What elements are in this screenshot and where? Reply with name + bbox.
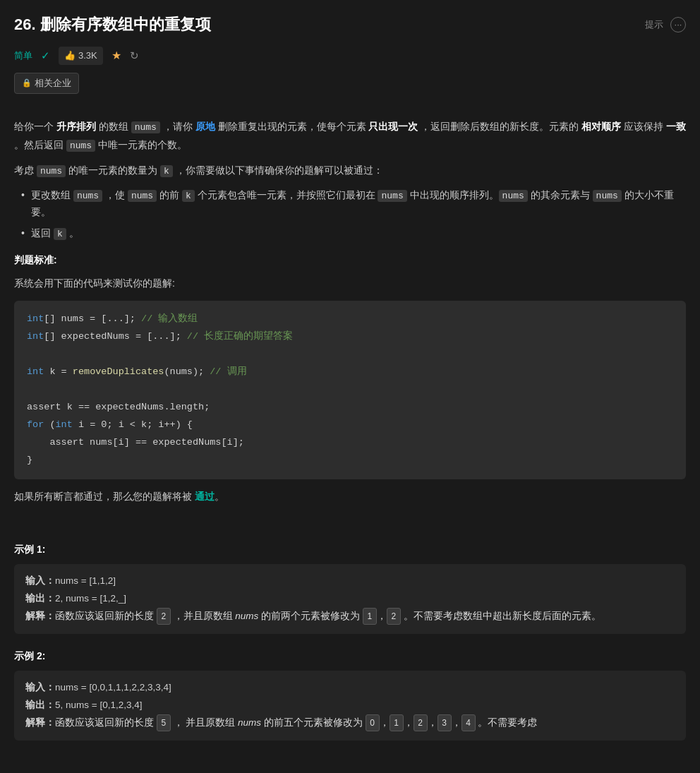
code-nums-3: nums [37, 165, 66, 177]
difficulty-badge: 简单 [14, 48, 32, 64]
page-header: 26. 删除有序数组中的重复项 提示 ··· [14, 11, 686, 37]
code-nums-2: nums [66, 140, 95, 152]
bold-ascending: 升序排列 [56, 121, 96, 132]
badge-2: 2 [157, 608, 171, 625]
code-line-2: int[] expectedNums = [...]; // 长度正确的期望答案 [27, 328, 673, 346]
example-1-box: 输入：nums = [1,1,2] 输出：2, nums = [1,2,_] 解… [14, 564, 686, 634]
italic-nums-1: nums [235, 611, 258, 621]
example-2-input: 输入：nums = [0,0,1,1,1,2,2,3,3,4] [25, 679, 675, 697]
code-line-3 [27, 346, 673, 364]
code-line-6: assert k == expectedNums.length; [27, 399, 673, 417]
code-nums-b5: nums [593, 190, 622, 202]
likes-count: 3.3K [78, 48, 97, 64]
pass-label: 通过 [195, 491, 215, 502]
code-k-b2: k [54, 228, 66, 240]
badge-5: 5 [157, 714, 171, 731]
example-1-explain: 解释：函数应该返回新的长度 2 ，并且原数组 nums 的前两个元素被修改为 1… [25, 608, 675, 625]
lock-icon: 🔒 [22, 76, 32, 90]
example-1-input-value: nums = [1,1,2] [55, 575, 116, 586]
hint-button[interactable]: 提示 [645, 17, 663, 32]
example-2-output: 输出：5, nums = [0,1,2,3,4] [25, 697, 675, 714]
bullet-item-1: 更改数组 nums ，使 nums 的前 k 个元素包含唯一元素，并按照它们最初… [21, 187, 686, 221]
badge-3b: 3 [438, 714, 452, 731]
thumb-up-icon: 👍 [64, 48, 76, 64]
example-1-title: 示例 1: [14, 541, 686, 558]
description-para1: 给你一个 升序排列 的数组 nums ，请你 原地 删除重复出现的元素，使每个元… [14, 118, 686, 155]
code-line-7: for (int i = 0; i < k; i++) { [27, 417, 673, 434]
code-nums-1: nums [131, 121, 160, 133]
code-block: int[] nums = [...]; // 输入数组 int[] expect… [14, 301, 686, 479]
meta-row: 简单 ✓ 👍 3.3K ★ ↻ [14, 46, 686, 65]
badge-0b: 0 [366, 714, 380, 731]
more-options-icon[interactable]: ··· [670, 17, 686, 32]
company-tag-label: 相关企业 [35, 76, 71, 91]
code-line-1: int[] nums = [...]; // 输入数组 [27, 311, 673, 328]
example-1-output: 输出：2, nums = [1,2,_] [25, 590, 675, 608]
star-icon[interactable]: ★ [111, 46, 121, 65]
badge-2a: 2 [387, 608, 401, 625]
code-line-5 [27, 381, 673, 399]
bold-once: 只出现一次 [368, 121, 418, 132]
refresh-icon[interactable]: ↻ [130, 47, 139, 65]
badge-1b: 1 [390, 714, 404, 731]
example-1-input: 输入：nums = [1,1,2] [25, 573, 675, 590]
header-actions: 提示 ··· [645, 17, 686, 32]
code-line-4: int k = removeDuplicates(nums); // 调用 [27, 364, 673, 381]
badge-2b: 2 [414, 714, 428, 731]
code-nums-b3: nums [378, 190, 406, 202]
code-k-b1: k [182, 190, 195, 202]
bullet-list: 更改数组 nums ，使 nums 的前 k 个元素包含唯一元素，并按照它们最初… [14, 187, 686, 242]
code-nums-b1: nums [73, 190, 102, 202]
badge-4b: 4 [461, 714, 476, 731]
check-icon: ✓ [41, 47, 50, 65]
company-tag-container: 🔒 相关企业 [14, 73, 686, 107]
page-title: 26. 删除有序数组中的重复项 [14, 11, 211, 37]
company-tag[interactable]: 🔒 相关企业 [14, 73, 79, 94]
code-line-8: assert nums[i] == expectedNums[i]; [27, 434, 673, 452]
judge-desc: 系统会用下面的代码来测试你的题解: [14, 275, 686, 293]
example-2-box: 输入：nums = [0,0,1,1,1,2,2,3,3,4] 输出：5, nu… [14, 671, 686, 741]
bold-consistent: 一致 [666, 121, 686, 132]
bold-order: 相对顺序 [581, 121, 621, 132]
bullet-item-2: 返回 k 。 [21, 225, 686, 242]
description-para2: 考虑 nums 的唯一元素的数量为 k ，你需要做以下事情确保你的题解可以被通过… [14, 162, 686, 180]
example-2-title: 示例 2: [14, 648, 686, 665]
code-nums-b2: nums [128, 190, 157, 202]
example-2-explain: 解释：函数应该返回新的长度 5 ， 并且原数组 nums 的前五个元素被修改为 … [25, 714, 675, 732]
example-1-output-value: 2, nums = [1,2,_] [55, 593, 126, 604]
example-1: 示例 1: 输入：nums = [1,1,2] 输出：2, nums = [1,… [14, 541, 686, 634]
badge-1a: 1 [363, 608, 377, 625]
code-nums-b4: nums [499, 190, 528, 202]
italic-nums-2: nums [238, 717, 261, 728]
judge-title: 判题标准: [14, 252, 686, 269]
example-2: 示例 2: 输入：nums = [0,0,1,1,1,2,2,3,3,4] 输出… [14, 648, 686, 741]
likes-badge[interactable]: 👍 3.3K [59, 47, 103, 65]
highlight-inplace: 原地 [195, 121, 215, 132]
code-k-1: k [160, 165, 173, 177]
code-line-9: } [27, 452, 673, 469]
example-2-input-value: nums = [0,0,1,1,1,2,2,3,3,4] [55, 682, 171, 693]
example-2-output-value: 5, nums = [0,1,2,3,4] [55, 700, 142, 710]
pass-text: 如果所有断言都通过，那么您的题解将被 通过。 [14, 488, 686, 506]
